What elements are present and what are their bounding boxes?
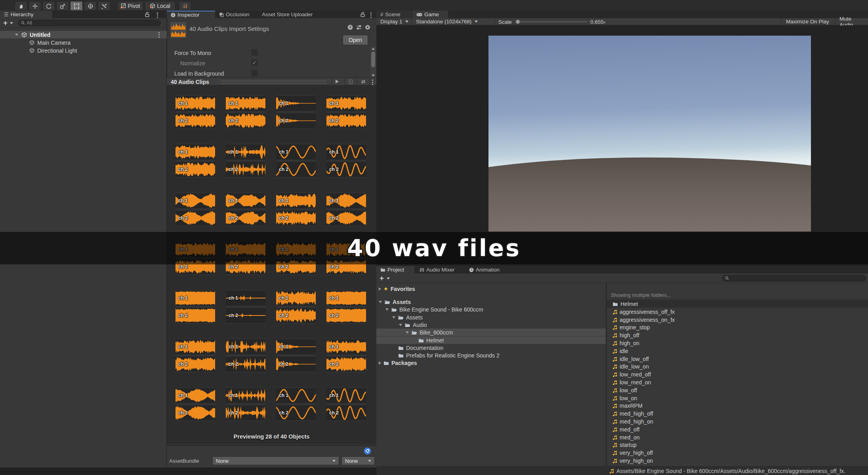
scroll-down-icon[interactable] — [372, 74, 375, 77]
audio-clip-tile[interactable]: ch 1ch 2 — [226, 192, 265, 226]
help-icon[interactable]: ? — [347, 25, 353, 30]
foldout-open-icon[interactable] — [385, 308, 389, 311]
project-create-dropdown-icon[interactable] — [387, 277, 390, 279]
foldout-closed-icon[interactable] — [379, 287, 381, 291]
project-file-item[interactable]: low_on — [607, 394, 868, 402]
audio-clip-tile[interactable]: ch 1ch 2 — [226, 387, 265, 421]
pivot-toggle-button[interactable]: Pivot — [117, 1, 143, 11]
project-file-item[interactable]: very_high_on — [607, 457, 868, 464]
project-tree-item[interactable]: Bike_600ccm — [376, 329, 606, 336]
audio-clip-tile[interactable]: ch 1ch 2 — [226, 290, 265, 324]
project-file-item[interactable]: maxRPM — [607, 402, 868, 409]
project-file-item[interactable]: aggressiveness_off_fx — [607, 308, 868, 315]
tab-project[interactable]: Project — [376, 266, 414, 274]
audio-clip-tile[interactable]: ch 1ch 2 — [326, 144, 366, 178]
audio-clip-tile[interactable]: ch 1ch 2 — [276, 290, 316, 324]
scene-menu-kebab[interactable] — [158, 32, 160, 38]
setting-checkbox[interactable] — [252, 70, 258, 76]
audio-clip-tile[interactable]: ch 1ch 2 — [276, 387, 316, 421]
foldout-open-icon[interactable] — [406, 331, 409, 334]
project-file-item[interactable]: high_on — [607, 339, 868, 347]
play-icon[interactable] — [336, 80, 339, 84]
project-tree-item[interactable]: Documentation — [376, 344, 606, 352]
mute-audio-button[interactable]: Mute Audio — [836, 18, 868, 25]
resolution-dropdown[interactable]: Standalone (1024x768) — [414, 18, 480, 25]
foldout-open-icon[interactable] — [379, 301, 382, 303]
audio-clip-tile[interactable]: ch 1ch 2 — [226, 144, 265, 178]
project-file-item[interactable]: idle_low_on — [607, 363, 868, 370]
hierarchy-scene-row[interactable]: Untitled — [0, 31, 167, 38]
tab-inspector[interactable]: Inspector — [167, 11, 215, 18]
scrollbar-thumb[interactable] — [371, 51, 375, 67]
hierarchy-menu-kebab[interactable] — [157, 12, 158, 18]
project-file-item[interactable]: idle_low_off — [607, 355, 868, 363]
local-toggle-button[interactable]: Local — [145, 1, 176, 11]
project-tree-item[interactable]: Prefabs for Realistic Engine Sounds 2 — [376, 352, 606, 359]
transform-tool-button[interactable] — [84, 1, 97, 11]
rotate-tool-button[interactable] — [42, 1, 55, 11]
project-file-item[interactable]: med_off — [607, 426, 868, 433]
loop-icon[interactable] — [361, 79, 366, 84]
preview-menu-kebab[interactable] — [372, 80, 373, 85]
project-file-item[interactable]: med_on — [607, 433, 868, 441]
hierarchy-lock-icon[interactable] — [145, 12, 149, 17]
tab-animation[interactable]: Animation — [465, 266, 509, 274]
scroll-up-icon[interactable] — [372, 48, 375, 50]
audio-clip-tile[interactable]: ch 1ch 2 — [326, 290, 366, 324]
project-search-input[interactable] — [722, 275, 866, 281]
foldout-open-icon[interactable] — [392, 316, 395, 319]
project-file-item[interactable]: low_med_off — [607, 370, 868, 378]
project-file-item[interactable]: engine_stop — [607, 323, 868, 331]
audio-clip-tile[interactable]: ch 1ch 2 — [176, 387, 215, 421]
hand-tool-button[interactable] — [15, 1, 27, 11]
tab-game[interactable]: Game — [412, 11, 448, 18]
project-tree-item[interactable]: Packages — [376, 359, 606, 367]
audio-clip-tile[interactable]: ch 1ch 2 — [326, 192, 366, 226]
project-file-item[interactable]: low_off — [607, 386, 868, 394]
project-tree-item[interactable]: Assets — [376, 298, 606, 306]
scale-slider[interactable] — [516, 21, 587, 22]
presets-icon[interactable] — [356, 25, 362, 30]
project-file-item[interactable]: idle — [607, 347, 868, 355]
inspector-scrollbar[interactable] — [370, 47, 376, 78]
assetbundle-variant-dropdown[interactable]: None — [341, 456, 375, 465]
audio-clip-tile[interactable]: ch 1ch 2 — [226, 338, 265, 372]
audio-clip-tile[interactable]: ch 1ch 2 — [226, 95, 265, 129]
audio-clip-tile[interactable]: ch 1ch 2 — [326, 95, 366, 129]
audio-clip-tile[interactable]: ch 1ch 2 — [176, 192, 215, 226]
rect-tool-button[interactable] — [70, 1, 83, 11]
setting-checkbox[interactable] — [252, 49, 258, 55]
custom-tools-button[interactable] — [98, 1, 111, 11]
project-create-button[interactable]: + — [380, 274, 384, 283]
project-tree-item[interactable]: Helmet — [376, 336, 606, 344]
tab-scene[interactable]: # Scene — [376, 11, 412, 18]
move-tool-button[interactable] — [29, 1, 41, 11]
audio-clip-tile[interactable]: ch 1ch 2 — [326, 338, 366, 372]
project-file-item[interactable]: very_high_off — [607, 449, 868, 456]
maximize-on-play-button[interactable]: Maximize On Play — [783, 18, 832, 25]
setting-checkbox[interactable]: ✓ — [252, 60, 258, 66]
audio-clip-tile[interactable]: ch 1ch 2 — [276, 192, 316, 226]
tab-audio-mixer[interactable]: Audio Mixer — [416, 266, 464, 274]
hierarchy-search-input[interactable]: All — [18, 20, 161, 26]
audio-clip-tile[interactable]: ch 1ch 2 — [176, 144, 215, 178]
scale-slider-knob[interactable] — [516, 20, 520, 24]
audio-clip-tile[interactable]: ch 1ch 2 — [276, 338, 316, 372]
foldout-closed-icon[interactable] — [379, 361, 381, 365]
preview-drag-handle[interactable] — [221, 81, 327, 84]
project-file-item[interactable]: high_off — [607, 331, 868, 339]
open-button[interactable]: Open — [343, 35, 368, 45]
audio-clip-tile[interactable]: ch 1ch 2 — [326, 387, 366, 421]
project-file-item[interactable]: med_high_off — [607, 410, 868, 417]
project-file-item[interactable]: Helmet — [607, 300, 868, 308]
hierarchy-create-dropdown-icon[interactable] — [10, 22, 13, 24]
tab-asset-store-uploader[interactable]: Asset Store Uploader — [258, 11, 325, 18]
project-file-item[interactable]: startup — [607, 441, 868, 448]
audio-clip-tile[interactable]: ch 1ch 2 — [176, 338, 215, 372]
grid-snap-button[interactable] — [179, 1, 191, 11]
project-file-item[interactable]: aggressiveness_on_fx — [607, 316, 868, 323]
tab-occlusion[interactable]: Occlusion — [215, 11, 258, 18]
audio-clip-tile[interactable]: ch 1ch 2 — [276, 95, 316, 129]
auto-play-icon[interactable] — [348, 79, 353, 84]
audio-clip-tile[interactable]: ch 1ch 2 — [176, 95, 215, 129]
